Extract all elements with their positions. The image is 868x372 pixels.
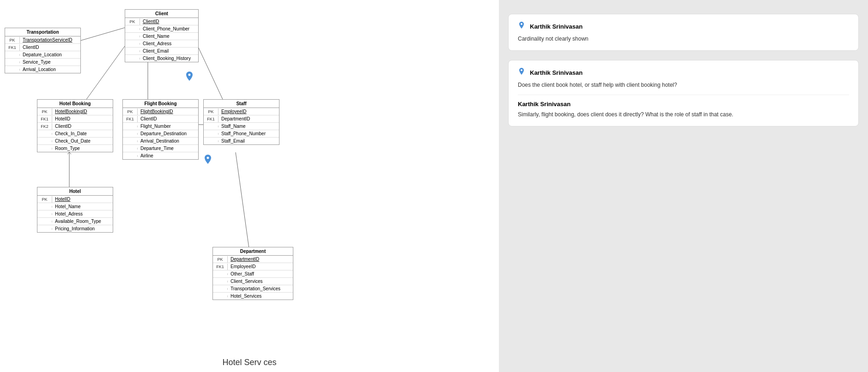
table-row: FK1 EmployeeID: [213, 263, 293, 270]
table-row: Staff_Phone_Number: [204, 130, 279, 138]
client-title: Client: [125, 10, 198, 18]
department-table: Department PK DepartmentID FK1 EmployeeI…: [212, 247, 293, 300]
table-row: PK HotelBookingID: [37, 108, 113, 115]
table-row: FK2 ClientID: [37, 123, 113, 130]
table-row: PK TransportationServiceID: [5, 36, 80, 44]
erd-panel: Transportation PK TransportationServiceI…: [0, 0, 499, 372]
table-row: Client_Email: [125, 48, 198, 55]
client-table: Client PK ClientID Client_Phone_Number C…: [125, 9, 199, 62]
svg-line-7: [67, 152, 69, 154]
table-row: Client_Services: [213, 278, 293, 285]
table-row: Available_Room_Type: [37, 218, 113, 225]
table-row: FK1 HotelID: [37, 115, 113, 123]
table-row: Flight_Number: [123, 123, 198, 130]
staff-table: Staff PK EmployeeID FK1 DepartmentID Sta…: [203, 99, 279, 145]
comment-pin-icon-1: [518, 22, 525, 31]
flight-booking-table: Flight Booking PK FlightBookingID FK1 Cl…: [122, 99, 199, 160]
hotel-booking-table: Hotel Booking PK HotelBookingID FK1 Hote…: [37, 99, 113, 152]
table-row: PK DepartmentID: [213, 256, 293, 263]
comment-header-2: Karthik Srinivasan: [518, 68, 849, 77]
table-row: Arrival_Location: [5, 66, 80, 73]
table-row: Client_Phone_Number: [125, 25, 198, 33]
table-row: PK FlightBookingID: [123, 108, 198, 115]
table-row: Check_In_Date: [37, 130, 113, 138]
table-row: Client_Adress: [125, 40, 198, 48]
table-row: PK EmployeeID: [204, 108, 279, 115]
svg-line-8: [69, 152, 71, 154]
table-row: Staff_Name: [204, 123, 279, 130]
comment-header-1: Karthik Srinivasan: [518, 22, 849, 31]
table-row: Arrival_Destination: [123, 138, 198, 145]
table-row: Hotel_Name: [37, 203, 113, 210]
table-row: Client_Name: [125, 33, 198, 40]
table-row: PK ClientID: [125, 18, 198, 25]
table-row: Departure_Destination: [123, 130, 198, 138]
table-row: Staff_Email: [204, 138, 279, 144]
table-row: Airline: [123, 152, 198, 159]
comment-text-2: Does the client book hotel, or staff hel…: [518, 81, 849, 89]
hotel-table: Hotel PK HotelID Hotel_Name Hotel_Adress…: [37, 187, 113, 233]
table-row: Pricing_Information: [37, 225, 113, 232]
table-row: Other_Staff: [213, 270, 293, 278]
table-row: FK1 ClientID: [123, 115, 198, 123]
svg-line-1: [81, 46, 125, 107]
diagram-bottom-label: Hotel Serv ces: [222, 358, 276, 367]
transportation-title: Transportation: [5, 28, 80, 36]
transportation-table: Transportation PK TransportationServiceI…: [5, 28, 81, 73]
comment-card-1: Karthik Srinivasan Cardinality not clear…: [508, 14, 859, 51]
table-row: PK HotelID: [37, 196, 113, 203]
comment-author-2: Karthik Srinivasan: [530, 69, 583, 76]
hotel-title: Hotel: [37, 187, 113, 196]
comment-text-1: Cardinality not clearly shown: [518, 35, 849, 43]
staff-title: Staff: [204, 100, 279, 108]
table-row: Hotel_Adress: [37, 210, 113, 218]
table-row: Hotel_Services: [213, 293, 293, 300]
department-title: Department: [213, 247, 293, 256]
table-row: FK1 ClientID: [5, 44, 80, 51]
comment-sub-author: Karthik Srinivasan: [518, 101, 849, 108]
table-row: Transportation_Services: [213, 285, 293, 293]
comment-divider: [518, 95, 849, 95]
comment-card-2: Karthik Srinivasan Does the client book …: [508, 60, 859, 126]
table-row: Service_Type: [5, 59, 80, 66]
svg-line-5: [236, 152, 249, 252]
table-row: Departure_Time: [123, 145, 198, 152]
comment-pin-icon-2: [518, 68, 525, 77]
comment-author-1: Karthik Srinivasan: [530, 23, 583, 30]
comment-sub-text: Similarly, flight booking, does client d…: [518, 110, 849, 119]
hotel-booking-title: Hotel Booking: [37, 100, 113, 108]
map-pin-2[interactable]: [203, 155, 212, 166]
table-row: Depature_Location: [5, 51, 80, 59]
table-row: Check_Out_Date: [37, 138, 113, 145]
table-row: Client_Booking_History: [125, 55, 198, 62]
map-pin-1[interactable]: [185, 72, 194, 83]
table-row: Room_Type: [37, 145, 113, 152]
comments-panel: Karthik Srinivasan Cardinality not clear…: [499, 0, 868, 372]
flight-booking-title: Flight Booking: [123, 100, 198, 108]
table-row: FK1 DepartmentID: [204, 115, 279, 123]
